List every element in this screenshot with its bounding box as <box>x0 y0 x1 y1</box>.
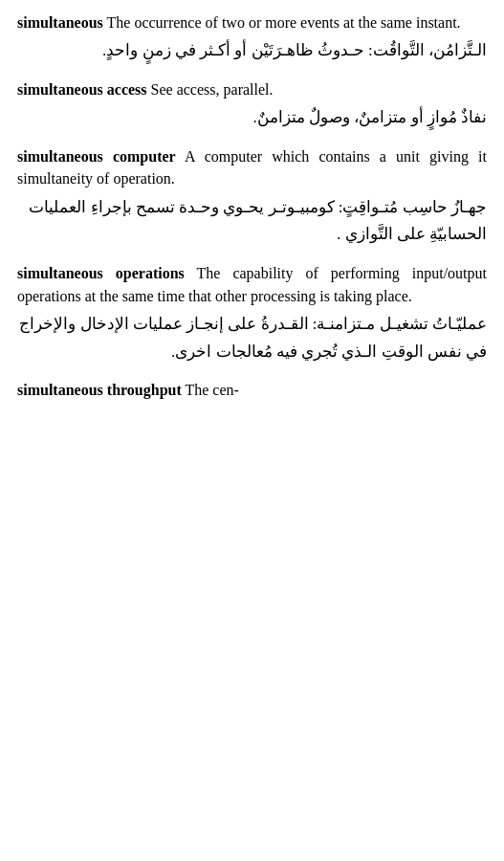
entry-simultaneous-computer-arabic: جهـازُ حاسِب مُتـواقِتٍ: كومبيـوتـر يحـو… <box>17 194 487 250</box>
entry-simultaneous-def-text: The occurrence of two or more events at … <box>107 14 461 31</box>
entry-simultaneous-computer-term: simultaneous computer <box>17 148 176 165</box>
entry-simultaneous-access-def-text: See access, parallel. <box>151 81 274 98</box>
entry-simultaneous-arabic: الـتَّزامُن، التَّواقُت: حـدوثُ ظاهـرَتَ… <box>17 37 487 65</box>
entry-simultaneous-computer: simultaneous computer A computer which c… <box>17 145 487 249</box>
entry-simultaneous-access-english: simultaneous access See access, parallel… <box>17 78 487 100</box>
entry-simultaneous-access-arabic: نفاذٌ مُوازٍ أو متزامنٌ، وصولٌ متزامنٌ. <box>17 104 487 132</box>
entry-simultaneous-operations-english: simultaneous operations The capability o… <box>17 262 487 306</box>
entry-simultaneous-computer-english: simultaneous computer A computer which c… <box>17 145 487 189</box>
entry-simultaneous-throughput-term: simultaneous throughput <box>17 382 182 398</box>
entry-simultaneous-throughput: simultaneous throughput The cen- <box>17 379 487 401</box>
entry-simultaneous: simultaneous The occurrence of two or mo… <box>17 11 487 65</box>
dictionary-page: simultaneous The occurrence of two or mo… <box>17 11 487 402</box>
entry-simultaneous-access-term: simultaneous access <box>17 81 147 98</box>
entry-simultaneous-access: simultaneous access See access, parallel… <box>17 78 487 132</box>
entry-simultaneous-throughput-english: simultaneous throughput The cen- <box>17 379 487 401</box>
entry-simultaneous-operations-term: simultaneous operations <box>17 265 185 281</box>
entry-simultaneous-operations-arabic: عمليّـاتُ تشغيـل مـتزامنـة: القـدرةُ على… <box>17 311 487 366</box>
entry-simultaneous-term: simultaneous <box>17 14 103 31</box>
entry-simultaneous-operations: simultaneous operations The capability o… <box>17 262 487 365</box>
entry-simultaneous-throughput-def-text: The cen- <box>185 382 238 398</box>
entry-simultaneous-english: simultaneous The occurrence of two or mo… <box>17 11 487 33</box>
